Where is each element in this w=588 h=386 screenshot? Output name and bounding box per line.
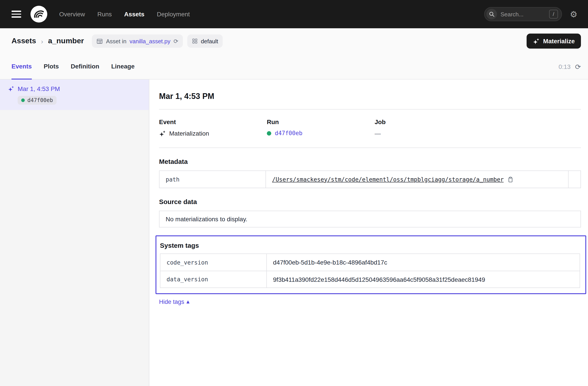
materialization-sparkle-icon — [159, 130, 166, 137]
event-column: Event Materialization — [159, 118, 267, 137]
asset-tabs: Events Plots Definition Lineage 0:13 ⟳ — [0, 54, 588, 80]
top-nav-bar: Overview Runs Assets Deployment / ⚙ — [0, 0, 588, 28]
asset-chip-prefix: Asset in — [106, 38, 126, 44]
system-tag-row-code-version: code_version d47f00eb-5d1b-4e9e-b18c-489… — [160, 254, 580, 271]
asset-header: Assets › a_number Asset in vanilla_asset… — [0, 28, 588, 54]
hide-tags-label: Hide tags — [159, 299, 184, 305]
run-status-dot — [267, 131, 271, 135]
top-nav-links: Overview Runs Assets Deployment — [59, 11, 190, 18]
metadata-row-path: path /Users/smackesey/stm/code/elementl/… — [160, 171, 581, 188]
tab-definition[interactable]: Definition — [71, 54, 99, 80]
tab-lineage[interactable]: Lineage — [111, 54, 134, 80]
tab-plots[interactable]: Plots — [44, 54, 59, 80]
source-data-empty-text: No materializations to display. — [166, 216, 247, 223]
run-column: Run d47f00eb — [267, 118, 375, 137]
refresh-countdown: 0:13 — [559, 63, 571, 70]
metadata-row-actions-cell — [568, 171, 581, 188]
event-type-value: Materialization — [169, 130, 209, 137]
global-search[interactable]: / — [484, 7, 562, 21]
hamburger-menu-icon[interactable] — [11, 11, 21, 18]
caret-up-icon: ▲ — [187, 300, 189, 304]
system-tags-table: code_version d47f00eb-5d1b-4e9e-b18c-489… — [160, 254, 580, 288]
system-tag-key: data_version — [160, 271, 266, 287]
run-label: Run — [267, 118, 375, 125]
search-icon — [486, 9, 497, 20]
system-tags-highlight-box: System tags code_version d47f00eb-5d1b-4… — [155, 235, 586, 294]
system-tag-key: code_version — [160, 254, 266, 271]
materialize-button-label: Materialize — [543, 38, 575, 45]
nav-item-overview[interactable]: Overview — [59, 11, 85, 18]
refresh-timer-group: 0:13 ⟳ — [559, 54, 581, 80]
system-tag-value: 9f3b411a390fd22e158d446d5d12504963596aa6… — [273, 276, 485, 283]
app-root: Overview Runs Assets Deployment / ⚙ Asse… — [0, 0, 588, 386]
system-tag-value: d47f00eb-5d1b-4e9e-b18c-4896af4bd17c — [273, 259, 387, 266]
source-data-heading: Source data — [159, 198, 581, 205]
metadata-heading: Metadata — [159, 158, 581, 165]
asset-group-label: default — [201, 38, 218, 44]
divider — [159, 147, 581, 148]
gear-icon[interactable]: ⚙ — [570, 10, 577, 18]
source-data-empty-box: No materializations to display. — [159, 211, 581, 227]
content-area: Mar 1, 4:53 PM d47f00eb Mar 1, 4:53 PM E… — [0, 80, 588, 386]
divider — [159, 109, 581, 110]
nav-item-runs[interactable]: Runs — [97, 11, 112, 18]
sparkle-icon — [533, 38, 540, 44]
job-label: Job — [375, 118, 483, 125]
system-tags-heading: System tags — [160, 242, 580, 249]
event-detail-panel: Mar 1, 4:53 PM Event Materialization — [149, 80, 588, 386]
metadata-path-link[interactable]: /Users/smackesey/stm/code/elementl/oss/t… — [272, 176, 504, 183]
materialization-sparkle-icon — [8, 86, 14, 92]
run-id-chip[interactable]: d47f00eb — [18, 96, 57, 105]
hide-tags-link[interactable]: Hide tags ▲ — [159, 299, 189, 305]
copy-icon[interactable] — [507, 176, 514, 183]
dagster-logo[interactable] — [30, 5, 48, 23]
event-list-sidebar: Mar 1, 4:53 PM d47f00eb — [0, 80, 149, 386]
breadcrumb-assets[interactable]: Assets — [11, 37, 36, 45]
search-input[interactable] — [501, 11, 549, 18]
event-label: Event — [159, 118, 267, 125]
table-icon — [96, 38, 103, 44]
metadata-key: path — [160, 171, 266, 188]
event-timestamp: Mar 1, 4:53 PM — [18, 85, 60, 92]
group-grid-icon — [191, 38, 198, 44]
event-detail-title: Mar 1, 4:53 PM — [159, 92, 581, 101]
nav-item-deployment[interactable]: Deployment — [157, 11, 190, 18]
run-id-link[interactable]: d47f00eb — [275, 130, 302, 137]
event-summary-columns: Event Materialization Run — [159, 118, 581, 137]
metadata-table: path /Users/smackesey/stm/code/elementl/… — [159, 170, 581, 188]
asset-definition-chip[interactable]: Asset in vanilla_asset.py ⟳ — [92, 34, 183, 48]
asset-file-link[interactable]: vanilla_asset.py — [130, 38, 170, 44]
tab-events[interactable]: Events — [11, 54, 32, 80]
reload-code-location-icon[interactable]: ⟳ — [174, 38, 178, 44]
run-status-dot — [21, 99, 25, 102]
event-list-item[interactable]: Mar 1, 4:53 PM d47f00eb — [0, 80, 149, 110]
run-id-label: d47f00eb — [27, 97, 53, 103]
breadcrumb-asset-name: a_number — [48, 37, 84, 45]
breadcrumb-separator: › — [41, 37, 43, 45]
search-shortcut-key: / — [549, 10, 558, 19]
job-empty-value: — — [375, 130, 381, 137]
asset-group-chip[interactable]: default — [187, 34, 222, 48]
nav-item-assets[interactable]: Assets — [124, 11, 145, 18]
system-tag-row-data-version: data_version 9f3b411a390fd22e158d446d5d1… — [160, 271, 580, 287]
refresh-icon[interactable]: ⟳ — [575, 62, 581, 71]
job-column: Job — — [375, 118, 483, 137]
materialize-button[interactable]: Materialize — [527, 34, 581, 49]
